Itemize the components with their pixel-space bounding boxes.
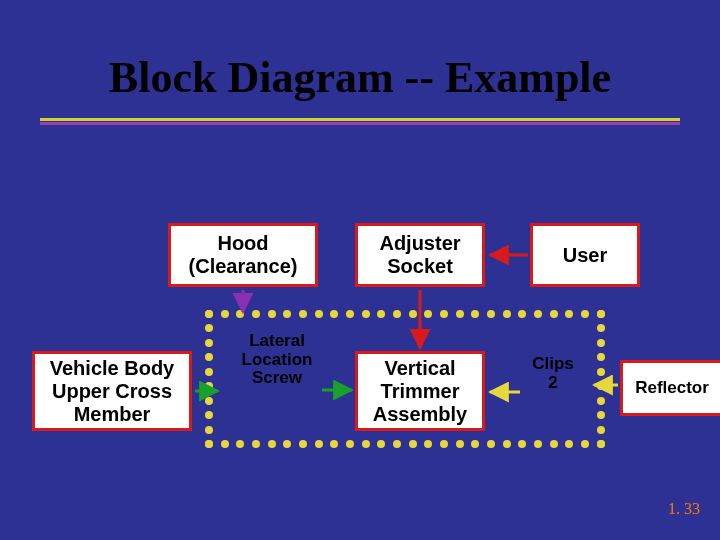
label-lateral-location-screw: LateralLocationScrew: [232, 332, 322, 388]
slide: Block Diagram -- Example Hood(Clearance)…: [0, 0, 720, 540]
box-adjuster: AdjusterSocket: [355, 223, 485, 287]
label-clips-2: Clips2: [523, 355, 583, 392]
box-user: User: [530, 223, 640, 287]
box-vertical: VerticalTrimmerAssembly: [355, 351, 485, 431]
box-reflector: Reflector: [620, 360, 720, 416]
slide-number: 1. 33: [668, 500, 700, 518]
box-hood: Hood(Clearance): [168, 223, 318, 287]
title-underline: [40, 118, 680, 126]
box-vehicle: Vehicle BodyUpper CrossMember: [32, 351, 192, 431]
slide-title: Block Diagram -- Example: [0, 52, 720, 103]
